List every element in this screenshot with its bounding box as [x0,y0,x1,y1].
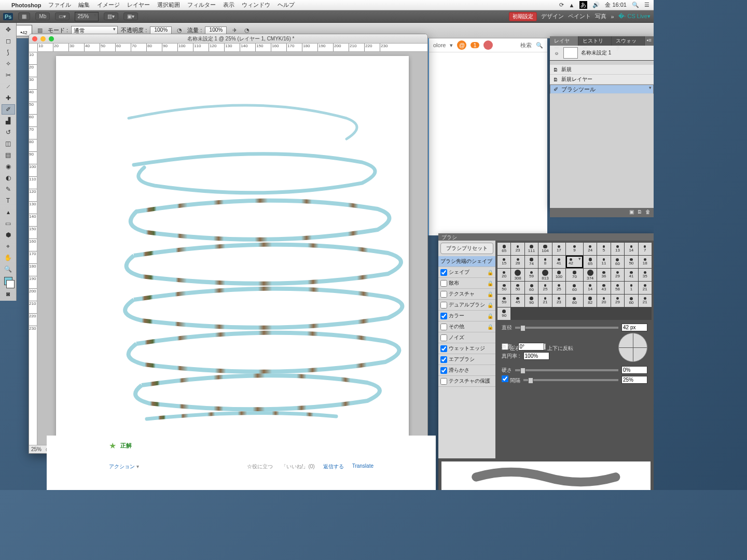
workspace-paint[interactable]: ペイント [568,12,591,20]
helpful-link[interactable]: ☆役に立つ [247,463,273,470]
brush-preset-cell[interactable]: 17 [552,243,565,255]
new-snapshot-icon[interactable]: ▣ [629,209,634,216]
history-item[interactable]: ✐ ブラシツール [550,85,654,94]
view-extras-icon[interactable]: ▭▾ [55,12,70,20]
clock[interactable]: 金 16:01 [605,1,627,9]
at-badge-icon[interactable]: @ [457,40,466,50]
brush-preset-cell[interactable]: 104 [538,243,551,255]
brush-preset-cell[interactable]: 21 [639,295,652,307]
brush-preset-cell[interactable]: 42 [566,256,583,268]
brush-preset-cell[interactable]: 29 [611,269,624,281]
search-icon[interactable]: 🔍 [536,42,543,49]
type-tool[interactable]: T [2,195,15,206]
brush-preset-cell[interactable]: 74 [525,256,538,268]
cslive-button[interactable]: �◦ CS Live▾ [618,13,651,20]
brush-preset-cell[interactable]: 374 [584,269,597,281]
3d-tool[interactable]: ⬢ [2,230,15,240]
brush-preset-cell[interactable]: 41 [625,269,638,281]
lasso-tool[interactable]: ⟆ [2,47,15,58]
workspace-design[interactable]: デザイン [541,12,564,20]
tab-history[interactable]: ヒストリー [578,36,612,46]
gradient-tool[interactable]: ▤ [2,150,15,160]
brush-preset-cell[interactable]: 50 [511,282,524,294]
brush-preset-cell[interactable]: 14 [625,243,638,255]
history-brush-tool[interactable]: ↺ [2,127,15,137]
brush-presets-button[interactable]: ブラシプリセット [440,243,493,254]
spotlight-icon[interactable]: 🔍 [632,2,639,8]
quickmask-icon[interactable]: ◙ [2,289,15,299]
flip-y-checkbox[interactable]: 上下に反転 [539,343,573,352]
hardness-field[interactable] [621,366,647,374]
hardness-slider[interactable] [515,369,618,371]
brush-preset-cell[interactable]: 23 [552,295,565,307]
angle-field[interactable] [518,343,544,351]
brush-preset-cell[interactable]: 82 [584,295,597,307]
brush-option[interactable]: テクスチャ🔒 [438,289,495,300]
menu-layer[interactable]: レイヤー [127,1,150,9]
brush-preset-cell[interactable]: 5 [597,243,610,255]
workspace-photo[interactable]: 写真 [595,12,606,20]
ruler-vertical[interactable]: 1020304050607080901001101201301401501601… [29,52,37,445]
brush-preset-cell[interactable]: 24 [584,243,597,255]
visibility-icon[interactable]: ⌾ [553,50,560,56]
brush-preset-cell[interactable]: 58 [611,282,624,294]
brush-preset-cell[interactable]: 21 [639,282,652,294]
brush-preset-cell[interactable]: 20 [497,269,510,281]
spacing-checkbox[interactable]: 間隔 [502,375,520,384]
history-item[interactable]: 🗎 新規 [550,65,654,75]
shape-tool[interactable]: ▭ [2,218,15,229]
brush-preset-cell[interactable]: 90 [525,295,538,307]
brush-preset-cell[interactable]: 43 [597,282,610,294]
dodge-tool[interactable]: ◐ [2,173,15,183]
brush-preset-cell[interactable]: 8 [538,256,551,268]
translate-link[interactable]: Translate [352,463,374,470]
canvas-area[interactable] [37,52,427,445]
roundness-field[interactable] [523,352,549,360]
blur-tool[interactable]: ◉ [2,161,15,172]
brush-preset-cell[interactable]: 60 [566,295,583,307]
tab-swatches[interactable]: スウォッチ [612,36,645,46]
menu-file[interactable]: ファイル [48,1,71,9]
brush-preset-cell[interactable]: 20 [597,295,610,307]
brush-preset-cell[interactable]: 35 [639,269,652,281]
brush-preset-cell[interactable]: 18 [639,256,652,268]
brush-preset-cell[interactable]: 28 [511,256,524,268]
move-tool[interactable]: ✥ [2,24,15,35]
brush-option[interactable]: テクスチャの保護 [438,376,495,387]
brush-option[interactable]: カラー🔒 [438,311,495,321]
background-color[interactable] [6,280,15,288]
brush-preset-cell[interactable]: 65 [584,256,597,268]
ime-icon[interactable]: あ [579,1,587,9]
brush-preset-cell[interactable]: 70 [566,269,583,281]
brush-preset-cell[interactable]: 111 [525,243,538,255]
brush-preset-cell[interactable]: 60 [625,295,638,307]
workspace-more[interactable]: » [611,13,614,20]
new-doc-icon[interactable]: 🗎 [637,209,642,216]
spacing-field[interactable] [621,376,647,384]
hand-tool[interactable]: ✋ [2,253,15,263]
screen-mode-icon[interactable]: ▣▾ [123,12,138,20]
brush-preset-cell[interactable]: 60 [611,256,624,268]
brush-option[interactable]: その他🔒 [438,321,495,332]
zoom-select[interactable]: 25% [75,12,99,21]
brush-preset-cell[interactable]: 23 [511,243,524,255]
brush-preset-cell[interactable]: 25 [538,282,551,294]
angle-widget[interactable] [618,333,647,362]
brush-preset-cell[interactable]: 65 [497,243,510,255]
mb-icon[interactable]: Mb [35,12,50,20]
history-doc-row[interactable]: ⌾ 名称未設定 1 [550,46,654,61]
brush-preset-cell[interactable]: 59 [497,295,510,307]
menu-edit[interactable]: 編集 [78,1,90,9]
brush-option[interactable]: シェイプ🔒 [438,267,495,278]
zoom-tool[interactable]: 🔍 [2,264,15,274]
ps-logo-icon[interactable]: Ps [3,13,13,20]
list-icon[interactable]: ☰ [644,2,649,8]
actions-dropdown[interactable]: アクション ▾ [109,463,139,470]
brush-preset-cell[interactable]: 59 [525,269,538,281]
brush-preset-cell[interactable]: 50 [625,256,638,268]
brush-tool[interactable]: ✐ [2,104,15,115]
notification-badge[interactable]: 1 [471,42,479,48]
zoom-status[interactable]: 25% [31,446,42,452]
avatar-icon[interactable] [483,40,493,50]
doc-titlebar[interactable]: 名称未設定 1 @ 25% (レイヤー 1, CMYK/16) * [29,34,427,44]
